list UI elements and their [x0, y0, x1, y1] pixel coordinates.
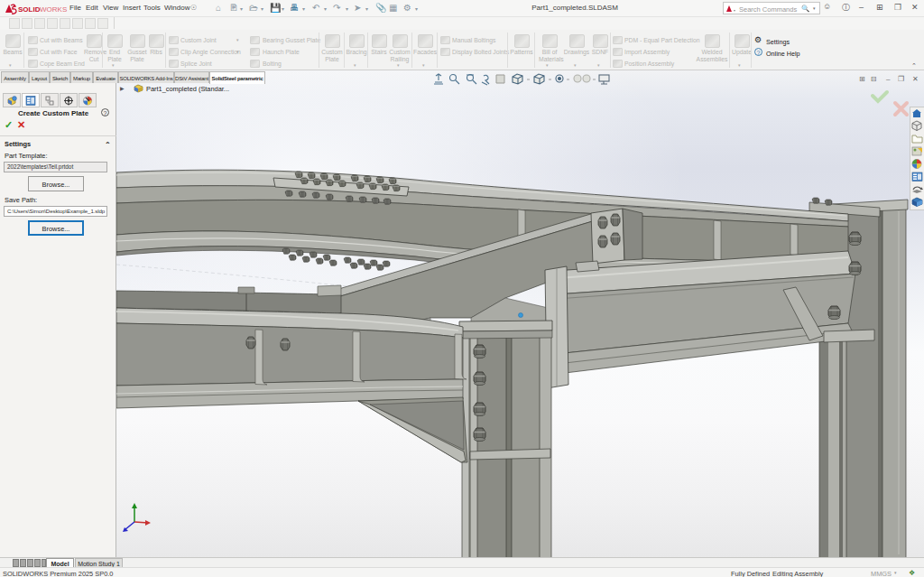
svg-text:SOLID: SOLID [18, 5, 41, 14]
svg-text:WORKS: WORKS [40, 5, 67, 14]
